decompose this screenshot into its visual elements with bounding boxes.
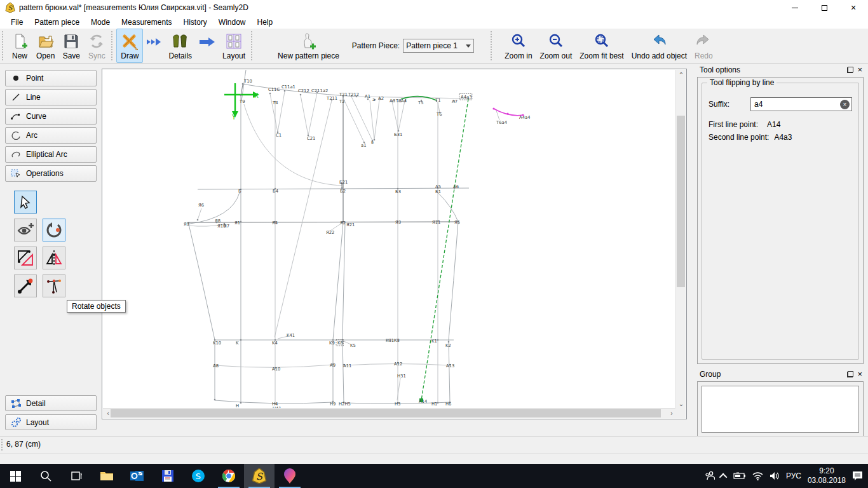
pattern-path[interactable] [392,101,405,131]
menu-mode[interactable]: Mode [85,17,116,28]
pattern-path[interactable] [198,208,201,220]
point-label[interactable]: Y [231,114,236,121]
save-button[interactable]: Save [58,29,84,63]
point-label[interactable]: T5 [417,100,423,105]
point-label[interactable]: Я1 [234,220,240,226]
point-label[interactable]: Б4 [273,189,278,194]
group-list[interactable] [702,386,859,433]
point-label[interactable]: C212 [298,88,309,93]
point-label[interactable]: A1 [365,94,370,99]
select-tool-button[interactable] [14,191,37,214]
layout-mode-button[interactable]: Layout [219,29,249,63]
pattern-path[interactable] [301,93,317,135]
group-close-icon[interactable]: × [857,371,862,377]
point-label[interactable]: Б21 [339,180,348,185]
menu-pattern-piece[interactable]: Pattern piece [29,17,85,28]
taskbar-search-button[interactable] [31,464,61,488]
point-label[interactable]: T9 [239,99,245,104]
point-label[interactable]: H3 [395,402,400,407]
point-label[interactable]: T2 [339,99,344,104]
file-explorer-button[interactable] [92,464,122,488]
point-label[interactable]: H1 [431,402,437,407]
group-button-operations[interactable]: Operations [5,165,97,182]
point-label[interactable]: Я22 [326,230,334,235]
menu-measurements[interactable]: Measurements [116,17,177,28]
point-label[interactable]: Я6 [198,203,204,208]
point-label[interactable]: K31 [386,338,394,343]
floppy-app-button[interactable] [153,464,183,488]
pattern-path[interactable] [270,92,285,132]
taskbar-clock[interactable]: 9:20 03.08.2018 [808,466,846,485]
vertical-scroll-thumb[interactable] [677,116,685,287]
horizontal-scrollbar[interactable]: ‹ › [103,408,677,418]
chrome-button[interactable] [214,464,244,488]
point-label[interactable]: H6 [445,402,451,407]
point-label[interactable]: Я2 [340,220,346,226]
pattern-point[interactable] [197,219,199,221]
point-label[interactable]: Я4 [272,220,278,226]
pattern-path[interactable] [421,99,468,400]
draw-mode-button[interactable]: Draw [116,29,143,63]
point-label[interactable]: A12 [394,362,402,367]
pattern-path[interactable] [438,193,458,222]
point-label[interactable]: Я7 [224,224,229,229]
flip-by-line-tool-button[interactable] [43,247,65,269]
scroll-up-arrow[interactable]: ⌃ [676,70,686,80]
point-label[interactable]: Б2 [340,189,346,194]
point-label[interactable]: Б31 [394,132,402,137]
pattern-path[interactable] [275,100,332,337]
point-label[interactable]: T212 [348,92,359,97]
point-label[interactable]: A2 [378,96,384,101]
point-label[interactable]: Б1 [435,189,441,194]
point-label[interactable]: Я8 [215,219,220,224]
clear-suffix-icon[interactable]: × [840,100,850,109]
point-label[interactable]: C11C [268,87,280,92]
restore-button[interactable] [810,0,839,15]
point-label[interactable]: T6 [436,112,442,117]
point-label[interactable]: C11a1 [281,85,295,90]
open-button[interactable]: Open [32,29,58,63]
details-mode-button[interactable]: Details [165,29,196,63]
people-icon[interactable] [705,471,715,481]
point-label[interactable]: K [236,341,239,346]
start-button[interactable] [0,464,31,488]
notification-icon[interactable] [852,471,863,481]
point-label[interactable]: A14 [419,399,427,404]
group-button-arc[interactable]: Arc [5,127,97,144]
visibility-group-tool-button[interactable] [14,219,37,241]
point-label[interactable]: T21 [339,92,348,97]
point-label[interactable]: K3 [394,338,400,343]
pattern-point[interactable] [284,90,286,92]
point-label[interactable]: K8 [337,341,343,346]
group-button-point[interactable]: Point [5,70,97,86]
point-label[interactable]: H2H5 [339,402,351,407]
horizontal-scroll-thumb[interactable] [111,409,661,417]
menu-file[interactable]: File [5,17,29,28]
pattern-point[interactable] [437,339,439,341]
point-label[interactable]: K1 [431,339,437,344]
tool-options-titlebar[interactable]: Tool options × [695,64,865,76]
point-label[interactable]: A4 [401,98,407,104]
pattern-point[interactable] [242,83,244,85]
new-pattern-piece-button[interactable]: New pattern piece [274,29,343,63]
group-button-line[interactable]: Line [5,89,97,105]
menu-help[interactable]: Help [252,17,279,28]
point-label[interactable]: Б [238,189,241,194]
pattern-point[interactable] [269,93,271,95]
dock-float-icon[interactable] [847,67,853,73]
pattern-path[interactable] [449,222,458,340]
pattern-point[interactable] [506,112,508,114]
point-label[interactable]: A3 [390,98,395,104]
point-label[interactable]: A10 [272,367,280,372]
point-label[interactable]: X [254,92,259,99]
suffix-input[interactable]: a4 × [750,97,852,111]
point-label[interactable]: a1 [361,143,367,148]
pattern-point[interactable] [240,95,242,97]
pattern-point[interactable] [240,339,242,341]
pattern-path[interactable] [189,224,215,340]
point-label[interactable]: A4a3 [461,95,471,100]
point-label[interactable]: a [372,97,375,102]
pattern-path[interactable] [244,104,342,186]
zoom-out-button[interactable]: Zoom out [536,29,576,63]
new-button[interactable]: New [7,29,32,63]
